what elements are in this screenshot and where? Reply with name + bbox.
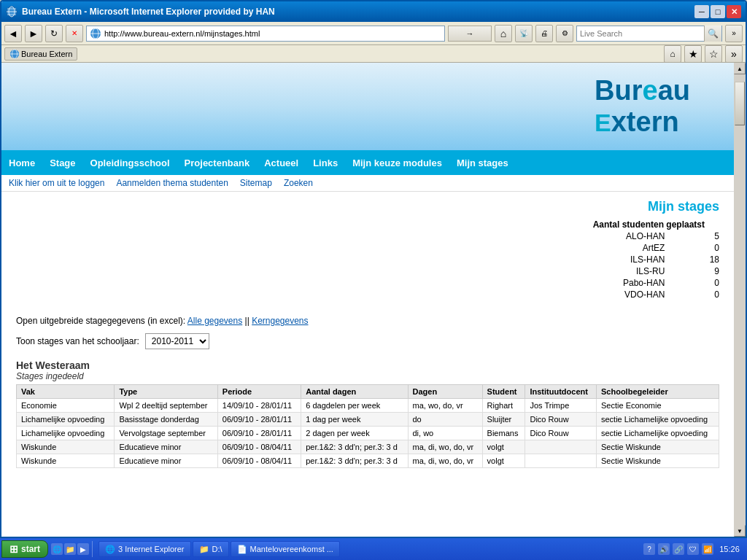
forward-button[interactable]: ► bbox=[25, 25, 42, 42]
stop-button[interactable]: ✕ bbox=[66, 25, 83, 42]
search-bar: 🔍 bbox=[576, 26, 722, 42]
print-button[interactable]: 🖨 bbox=[535, 25, 553, 42]
row-instituut-4 bbox=[525, 454, 597, 468]
links-bar: Bureau Extern ⌂ ★ ☆ » bbox=[1, 45, 746, 63]
refresh-button[interactable]: ↻ bbox=[45, 25, 63, 42]
page-content: Bureau Extern Home Stage Opleidingsschoo… bbox=[1, 63, 734, 537]
star2-icon[interactable]: ☆ bbox=[705, 45, 722, 63]
row-type-1: Basisstage donderdag bbox=[115, 413, 217, 427]
studenten-label-3: ILS-RU bbox=[593, 265, 665, 277]
site-logo: Bureau Extern bbox=[595, 75, 690, 138]
studenten-value-5: 0 bbox=[665, 289, 719, 300]
row-dagen-4: ma, di, wo, do, vr bbox=[408, 454, 482, 468]
col-vak: Vak bbox=[17, 385, 115, 399]
logout-link[interactable]: Klik hier om uit te loggen bbox=[9, 178, 104, 188]
table-row: Pabo-HAN 0 bbox=[593, 277, 719, 289]
expand-button[interactable]: » bbox=[725, 25, 743, 42]
scroll-track bbox=[735, 74, 745, 525]
table-row: Economie Wpl 2 deeltijd september 14/09/… bbox=[17, 399, 719, 413]
browser-window: Bureau Extern - Microsoft Internet Explo… bbox=[0, 0, 747, 538]
row-aantal-4: per.1&2: 3 dd'n; per.3: 3 d bbox=[301, 454, 408, 468]
schooljaar-row: Toon stages van het schooljaar: 2008-200… bbox=[16, 333, 719, 349]
back-button[interactable]: ◄ bbox=[4, 25, 22, 42]
scroll-area: Bureau Extern Home Stage Opleidingsschoo… bbox=[1, 63, 746, 537]
nav-links[interactable]: Links bbox=[313, 158, 338, 168]
col-dagen: Dagen bbox=[408, 385, 482, 399]
expand2-icon[interactable]: » bbox=[725, 45, 743, 63]
row-dagen-0: ma, wo, do, vr bbox=[408, 399, 482, 413]
home-icon[interactable]: ⌂ bbox=[664, 45, 681, 63]
sitemap-link[interactable]: Sitemap bbox=[240, 178, 272, 188]
studenten-label-5: VDO-HAN bbox=[593, 289, 665, 300]
window-title: Bureau Extern - Microsoft Internet Explo… bbox=[22, 7, 694, 17]
row-aantal-0: 6 dagdelen per week bbox=[301, 399, 408, 413]
feeds-button[interactable]: 📡 bbox=[515, 25, 533, 42]
zoeken-link[interactable]: Zoeken bbox=[284, 178, 313, 188]
minimize-button[interactable]: ─ bbox=[694, 5, 709, 18]
row-school-4: Sectie Wiskunde bbox=[597, 454, 719, 468]
go-button[interactable]: → bbox=[448, 26, 492, 42]
table-row: ArtEZ 0 bbox=[593, 242, 719, 254]
row-aantal-1: 1 dag per week bbox=[301, 413, 408, 427]
search-input[interactable] bbox=[577, 26, 704, 41]
search-button[interactable]: 🔍 bbox=[704, 26, 721, 42]
row-type-4: Educatieve minor bbox=[115, 454, 217, 468]
url-input[interactable] bbox=[104, 29, 441, 38]
home-button[interactable]: ⌂ bbox=[495, 25, 512, 42]
row-periode-4: 06/09/10 - 08/04/11 bbox=[217, 454, 301, 468]
tools-button[interactable]: ⚙ bbox=[556, 25, 573, 42]
row-instituut-0: Jos Trimpe bbox=[525, 399, 597, 413]
star-icon[interactable]: ★ bbox=[684, 45, 702, 63]
browser-toolbar: ◄ ► ↻ ✕ → ⌂ 📡 🖨 ⚙ 🔍 » bbox=[1, 22, 746, 45]
excel-section: Open uitgebreide stagegegevens (in excel… bbox=[16, 316, 719, 326]
page-title: Mijn stages bbox=[593, 199, 719, 214]
row-type-0: Wpl 2 deeltijd september bbox=[115, 399, 217, 413]
toolbar-icons: ⌂ 📡 🖨 ⚙ bbox=[495, 25, 573, 42]
studenten-value-4: 0 bbox=[665, 277, 719, 289]
scroll-thumb[interactable] bbox=[735, 82, 745, 125]
nav-mijn-stages[interactable]: Mijn stages bbox=[457, 158, 508, 168]
row-vak-3: Wiskunde bbox=[17, 440, 115, 454]
table-row: Lichamelijke opvoeding Basisstage donder… bbox=[17, 413, 719, 427]
row-vak-1: Lichamelijke opvoeding bbox=[17, 413, 115, 427]
row-student-2: Biemans bbox=[482, 427, 525, 440]
browser-tab[interactable]: Bureau Extern bbox=[4, 47, 77, 61]
browser-icon bbox=[6, 6, 18, 18]
scroll-up-button[interactable]: ▲ bbox=[734, 63, 746, 74]
maximize-button[interactable]: □ bbox=[711, 5, 725, 18]
nav-home[interactable]: Home bbox=[9, 158, 35, 168]
close-button[interactable]: ✕ bbox=[727, 5, 741, 18]
section-subtitle: Stages ingedeeld bbox=[16, 371, 719, 381]
row-periode-1: 06/09/10 - 28/01/11 bbox=[217, 413, 301, 427]
studenten-value-1: 0 bbox=[665, 242, 719, 254]
nav-opleidingsschool[interactable]: Opleidingsschool bbox=[90, 158, 170, 168]
table-row: VDO-HAN 0 bbox=[593, 289, 719, 300]
row-aantal-3: per.1&2: 3 dd'n; per.3: 3 d bbox=[301, 440, 408, 454]
schooljaar-select[interactable]: 2008-2009 2009-2010 2010-2011 2011-2012 bbox=[145, 333, 209, 349]
nav-keuze-modules[interactable]: Mijn keuze modules bbox=[352, 158, 442, 168]
excel-label: Open uitgebreide stagegegevens (in excel… bbox=[16, 316, 185, 326]
sub-nav: Klik hier om uit te loggen Aanmelden the… bbox=[1, 175, 734, 192]
row-student-1: Sluijter bbox=[482, 413, 525, 427]
main-content: Mijn stages Aantal studenten geplaatst A… bbox=[1, 192, 734, 475]
separator: || bbox=[245, 316, 249, 326]
aanmelden-link[interactable]: Aanmelden thema studenten bbox=[116, 178, 228, 188]
schooljaar-label: Toon stages van het schooljaar: bbox=[16, 336, 139, 346]
nav-projectenbank[interactable]: Projectenbank bbox=[185, 158, 250, 168]
studenten-header: Aantal studenten geplaatst bbox=[593, 219, 719, 230]
table-row: Wiskunde Educatieve minor 06/09/10 - 08/… bbox=[17, 440, 719, 454]
address-bar bbox=[86, 26, 445, 42]
stages-table: Vak Type Periode Aantal dagen Dagen Stud… bbox=[16, 384, 719, 468]
row-type-3: Educatieve minor bbox=[115, 440, 217, 454]
col-instituut: Instituutdocent bbox=[525, 385, 597, 399]
alle-gegevens-link[interactable]: Alle gegevens bbox=[187, 316, 242, 326]
studenten-label-1: ArtEZ bbox=[593, 242, 665, 254]
nav-stage[interactable]: Stage bbox=[50, 158, 75, 168]
table-header-row: Vak Type Periode Aantal dagen Dagen Stud… bbox=[17, 385, 719, 399]
table-row: Wiskunde Educatieve minor 06/09/10 - 08/… bbox=[17, 454, 719, 468]
row-type-2: Vervolgstage september bbox=[115, 427, 217, 440]
kerngegevens-link[interactable]: Kerngegevens bbox=[252, 316, 308, 326]
studenten-value-2: 18 bbox=[665, 254, 719, 265]
scroll-down-button[interactable]: ▼ bbox=[734, 525, 746, 537]
nav-actueel[interactable]: Actueel bbox=[264, 158, 298, 168]
